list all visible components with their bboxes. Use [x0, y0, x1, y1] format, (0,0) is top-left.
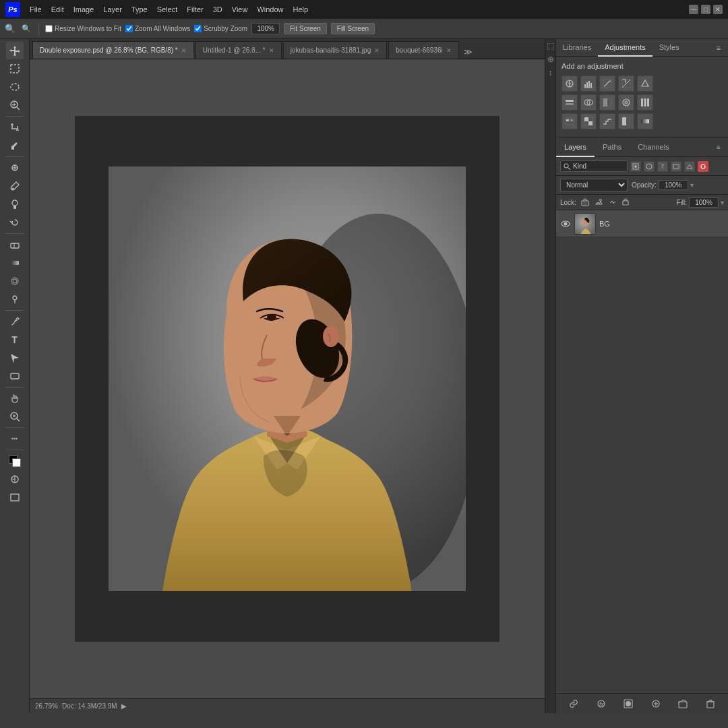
opacity-value-input[interactable]: [659, 180, 688, 190]
type-tool[interactable]: T: [6, 331, 24, 348]
blur-tool[interactable]: [6, 272, 24, 290]
adj-brightness-contrast[interactable]: [562, 75, 578, 92]
menu-3d[interactable]: 3D: [209, 4, 226, 15]
lasso-tool[interactable]: [6, 78, 24, 96]
menu-type[interactable]: Type: [127, 4, 152, 15]
add-layer-style-icon[interactable]: fx: [595, 697, 608, 710]
lock-artboard-icon[interactable]: [607, 197, 617, 208]
close-button[interactable]: ✕: [713, 5, 723, 14]
menu-edit[interactable]: Edit: [47, 4, 68, 15]
menu-image[interactable]: Image: [69, 4, 98, 15]
fill-screen-button[interactable]: Fill Screen: [331, 23, 375, 34]
fill-value-input[interactable]: [689, 198, 719, 208]
filter-type-icon[interactable]: T: [657, 161, 668, 172]
tab-double-exposure[interactable]: Double exposure.psd @ 26.8% (BG, RGB/8) …: [32, 41, 194, 59]
panel-icon-1[interactable]: ⬚: [547, 42, 555, 50]
create-group-icon[interactable]: [676, 697, 690, 710]
filter-smart-icon[interactable]: [684, 161, 695, 172]
tab-close-3[interactable]: ✕: [446, 47, 452, 54]
tab-adjustments[interactable]: Adjustments: [598, 39, 653, 57]
adj-posterize[interactable]: [599, 113, 615, 129]
adj-vibrance[interactable]: [637, 75, 653, 92]
zoom-all-windows-input[interactable]: [125, 25, 133, 32]
move-tool[interactable]: [6, 42, 24, 59]
fill-chevron[interactable]: ▾: [721, 199, 724, 206]
menu-file[interactable]: File: [26, 4, 46, 15]
brush-tool[interactable]: [6, 177, 24, 195]
menu-window[interactable]: Window: [253, 4, 287, 15]
layers-kind-filter[interactable]: Kind: [560, 160, 628, 172]
resize-windows-input[interactable]: [45, 25, 53, 32]
add-adjustment-layer-icon[interactable]: [649, 697, 663, 710]
gradient-tool[interactable]: [6, 254, 24, 272]
hand-tool[interactable]: [6, 390, 24, 407]
tab-close-0[interactable]: ✕: [181, 47, 187, 54]
screen-mode-tool[interactable]: [6, 489, 24, 506]
tab-bouquet[interactable]: bouquet-66936i ✕: [388, 41, 459, 59]
history-brush-tool[interactable]: [6, 214, 24, 231]
quick-mask-tool[interactable]: [6, 471, 24, 488]
tab-channels[interactable]: Channels: [630, 138, 677, 157]
zoom-out-icon[interactable]: 🔍: [20, 23, 32, 35]
adj-levels[interactable]: [580, 75, 597, 92]
tab-libraries[interactable]: Libraries: [556, 39, 598, 57]
filter-shape-icon[interactable]: [671, 161, 681, 172]
shape-tool[interactable]: [6, 367, 24, 385]
menu-filter[interactable]: Filter: [183, 4, 207, 15]
rectangular-marquee-tool[interactable]: [6, 60, 24, 78]
tab-close-1[interactable]: ✕: [269, 47, 274, 54]
canvas-viewport[interactable]: [30, 59, 545, 698]
adj-gradient-map[interactable]: [637, 113, 653, 129]
minimize-button[interactable]: —: [689, 5, 698, 14]
dodge-tool[interactable]: [6, 291, 24, 308]
crop-tool[interactable]: [6, 119, 24, 136]
adj-exposure[interactable]: [618, 75, 634, 92]
menu-select[interactable]: Select: [153, 4, 182, 15]
panel-icon-3[interactable]: ↕: [547, 69, 555, 77]
adj-bw[interactable]: [599, 94, 615, 111]
fit-screen-button[interactable]: Fit Screen: [284, 23, 327, 34]
adj-color-lookup[interactable]: [562, 113, 578, 129]
quick-select-tool[interactable]: [6, 96, 24, 114]
zoom-level-input[interactable]: [251, 23, 280, 34]
menu-help[interactable]: Help: [289, 4, 313, 15]
tabs-overflow-button[interactable]: ≫: [462, 45, 475, 59]
clone-stamp-tool[interactable]: [6, 195, 24, 213]
adj-invert[interactable]: [580, 113, 597, 129]
lock-image-icon[interactable]: [593, 197, 604, 208]
pen-tool[interactable]: [6, 313, 24, 330]
adj-threshold[interactable]: [618, 113, 634, 129]
adj-hsl[interactable]: [562, 94, 578, 111]
resize-windows-checkbox[interactable]: Resize Windows to Fit: [45, 25, 121, 32]
maximize-button[interactable]: □: [701, 5, 710, 14]
healing-brush-tool[interactable]: [6, 159, 24, 177]
adj-color-balance[interactable]: [580, 94, 597, 111]
zoom-tool[interactable]: [6, 408, 24, 425]
adj-channel-mixer[interactable]: [637, 94, 653, 111]
adj-curves[interactable]: [599, 75, 615, 92]
status-arrow[interactable]: ▶: [121, 702, 127, 710]
layers-panel-menu-icon[interactable]: ≡: [712, 139, 725, 156]
add-layer-mask-icon[interactable]: [621, 697, 635, 710]
opacity-chevron[interactable]: ▾: [690, 181, 694, 189]
layer-visibility-icon[interactable]: [560, 218, 571, 229]
delete-layer-icon[interactable]: [704, 697, 717, 710]
extra-tools[interactable]: •••: [6, 430, 24, 448]
filter-adjustment-icon[interactable]: [644, 161, 655, 172]
blend-mode-select[interactable]: Normal Multiply Screen Overlay: [560, 179, 628, 191]
adj-photo-filter[interactable]: [618, 94, 634, 111]
filter-enabled-toggle[interactable]: [698, 161, 708, 172]
tab-paths[interactable]: Paths: [595, 138, 630, 157]
panel-top-menu-icon[interactable]: ≡: [712, 41, 725, 55]
scrubby-zoom-input[interactable]: [194, 25, 202, 32]
eraser-tool[interactable]: [6, 236, 24, 253]
filter-pixel-icon[interactable]: [630, 161, 641, 172]
tab-untitled[interactable]: Untitled-1 @ 26.8... * ✕: [195, 41, 282, 59]
menu-layer[interactable]: Layer: [99, 4, 126, 15]
eyedropper-tool[interactable]: [6, 137, 24, 154]
foreground-color[interactable]: [6, 452, 24, 470]
scrubby-zoom-checkbox[interactable]: Scrubby Zoom: [194, 25, 247, 32]
tab-layers[interactable]: Layers: [556, 138, 595, 157]
tab-jokubas[interactable]: jokubas-banaitis-31881.jpg ✕: [283, 41, 388, 59]
zoom-all-windows-checkbox[interactable]: Zoom All Windows: [125, 25, 190, 32]
